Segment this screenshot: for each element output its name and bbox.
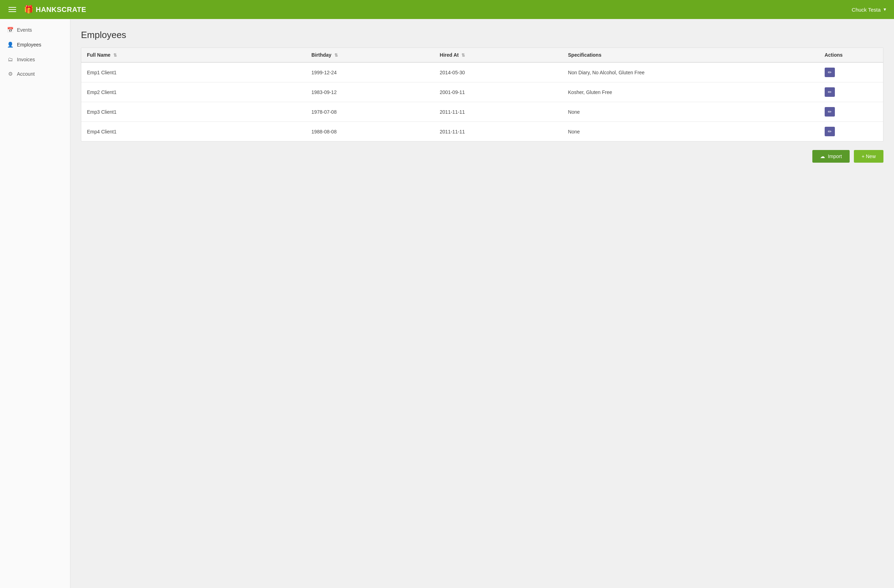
main-content: Employees Full Name ⇅ Birthday ⇅	[70, 19, 894, 588]
import-button-label: Import	[828, 154, 842, 159]
cell-specifications: Non Diary, No Alcohol, Gluten Free	[562, 62, 819, 82]
person-icon: 👤	[7, 42, 14, 48]
pencil-icon: ✏	[828, 70, 832, 75]
upload-icon: ☁	[820, 154, 825, 159]
sidebar-item-invoices[interactable]: 🗂 Invoices	[0, 52, 70, 67]
cell-actions: ✏	[819, 122, 883, 142]
table-row: Emp1 Client11999-12-242014-05-30Non Diar…	[81, 62, 883, 82]
gear-icon: ⚙	[7, 71, 14, 77]
table-header-row: Full Name ⇅ Birthday ⇅ Hired At ⇅ Spec	[81, 48, 883, 62]
hamburger-button[interactable]	[7, 6, 18, 14]
sort-icon-birthday: ⇅	[334, 53, 338, 58]
logo-text: HANKSCRATE	[36, 6, 87, 14]
cell-birthday: 1983-09-12	[306, 82, 434, 102]
chevron-down-icon: ▼	[883, 7, 887, 12]
column-header-hired[interactable]: Hired At ⇅	[434, 48, 562, 62]
cell-birthday: 1999-12-24	[306, 62, 434, 82]
column-header-specifications: Specifications	[562, 48, 819, 62]
sidebar-item-events[interactable]: 📅 Events	[0, 23, 70, 37]
header-left: 🎁 HANKSCRATE	[7, 5, 86, 14]
employees-table: Full Name ⇅ Birthday ⇅ Hired At ⇅ Spec	[81, 48, 883, 141]
cell-birthday: 1988-08-08	[306, 122, 434, 142]
cell-hired-at: 2001-09-11	[434, 82, 562, 102]
new-button[interactable]: + New	[854, 150, 883, 163]
cell-specifications: Kosher, Gluten Free	[562, 82, 819, 102]
app-header: 🎁 HANKSCRATE Chuck Testa ▼	[0, 0, 894, 19]
sidebar: 📅 Events 👤 Employees 🗂 Invoices ⚙ Accoun…	[0, 19, 70, 588]
action-row: ☁ Import + New	[81, 150, 883, 163]
edit-button[interactable]: ✏	[825, 87, 835, 97]
sort-icon-name: ⇅	[113, 53, 117, 58]
table-row: Emp2 Client11983-09-122001-09-11Kosher, …	[81, 82, 883, 102]
cell-birthday: 1978-07-08	[306, 102, 434, 122]
column-header-name[interactable]: Full Name ⇅	[81, 48, 306, 62]
cell-actions: ✏	[819, 102, 883, 122]
edit-button[interactable]: ✏	[825, 127, 835, 136]
pencil-icon: ✏	[828, 129, 832, 134]
cell-name: Emp4 Client1	[81, 122, 306, 142]
edit-button[interactable]: ✏	[825, 68, 835, 77]
page-title: Employees	[81, 30, 883, 41]
file-icon: 🗂	[7, 56, 14, 62]
user-menu[interactable]: Chuck Testa ▼	[852, 7, 887, 13]
sidebar-item-account[interactable]: ⚙ Account	[0, 67, 70, 81]
column-header-actions: Actions	[819, 48, 883, 62]
sidebar-item-employees-label: Employees	[17, 42, 41, 48]
column-header-birthday[interactable]: Birthday ⇅	[306, 48, 434, 62]
table-row: Emp3 Client11978-07-082011-11-11None✏	[81, 102, 883, 122]
cell-actions: ✏	[819, 62, 883, 82]
app-body: 📅 Events 👤 Employees 🗂 Invoices ⚙ Accoun…	[0, 19, 894, 588]
sort-icon-hired: ⇅	[461, 53, 465, 58]
cell-actions: ✏	[819, 82, 883, 102]
edit-button[interactable]: ✏	[825, 107, 835, 116]
cell-hired-at: 2014-05-30	[434, 62, 562, 82]
user-name: Chuck Testa	[852, 7, 880, 13]
logo-icon: 🎁	[24, 5, 34, 14]
pencil-icon: ✏	[828, 109, 832, 115]
sidebar-item-events-label: Events	[17, 27, 32, 33]
cell-name: Emp2 Client1	[81, 82, 306, 102]
pencil-icon: ✏	[828, 89, 832, 95]
app-logo: 🎁 HANKSCRATE	[24, 5, 86, 14]
cell-name: Emp3 Client1	[81, 102, 306, 122]
import-button[interactable]: ☁ Import	[812, 150, 850, 163]
sidebar-item-invoices-label: Invoices	[17, 57, 35, 62]
cell-hired-at: 2011-11-11	[434, 122, 562, 142]
cell-specifications: None	[562, 122, 819, 142]
cell-name: Emp1 Client1	[81, 62, 306, 82]
cell-specifications: None	[562, 102, 819, 122]
cell-hired-at: 2011-11-11	[434, 102, 562, 122]
employees-table-container: Full Name ⇅ Birthday ⇅ Hired At ⇅ Spec	[81, 48, 883, 142]
sidebar-item-account-label: Account	[17, 71, 35, 77]
table-row: Emp4 Client11988-08-082011-11-11None✏	[81, 122, 883, 142]
calendar-icon: 📅	[7, 27, 14, 33]
sidebar-item-employees[interactable]: 👤 Employees	[0, 37, 70, 52]
new-button-label: + New	[862, 154, 876, 159]
